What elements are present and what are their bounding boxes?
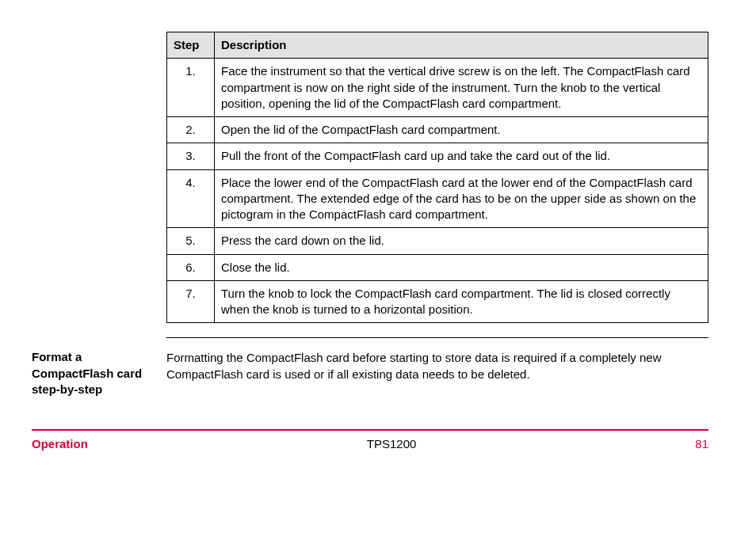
step-description: Pull the front of the CompactFlash card … — [215, 143, 708, 169]
step-description: Turn the knob to lock the CompactFlash c… — [215, 280, 708, 323]
step-number: 4. — [167, 169, 215, 228]
table-row: 5. Press the card down on the lid. — [167, 228, 708, 254]
step-number: 2. — [167, 117, 215, 143]
steps-table: Step Description 1. Face the instrument … — [166, 32, 708, 323]
step-number: 7. — [167, 280, 215, 323]
step-description: Press the card down on the lid. — [215, 228, 708, 254]
step-number: 5. — [167, 228, 215, 254]
footer-rule — [32, 429, 708, 431]
step-description: Face the instrument so that the vertical… — [215, 59, 708, 117]
footer-model: TPS1200 — [367, 437, 417, 450]
step-number: 3. — [167, 143, 215, 169]
footer-page-number: 81 — [695, 437, 708, 450]
steps-table-container: Step Description 1. Face the instrument … — [166, 32, 708, 323]
header-step: Step — [167, 32, 215, 59]
page-footer: Operation TPS1200 81 — [32, 437, 708, 450]
table-row: 1. Face the instrument so that the verti… — [167, 59, 708, 117]
table-row: 6. Close the lid. — [167, 254, 708, 280]
footer-section-name: Operation — [32, 437, 88, 450]
section-body: Formatting the CompactFlash card before … — [166, 349, 708, 382]
table-row: 7. Turn the knob to lock the CompactFlas… — [167, 280, 708, 323]
step-description: Open the lid of the CompactFlash card co… — [215, 117, 708, 143]
format-section: Format a CompactFlash card step-by-step … — [32, 349, 708, 397]
step-description: Place the lower end of the CompactFlash … — [215, 169, 708, 228]
section-divider — [166, 337, 708, 338]
table-row: 2. Open the lid of the CompactFlash card… — [167, 117, 708, 143]
table-row: 4. Place the lower end of the CompactFla… — [167, 169, 708, 228]
step-number: 1. — [167, 59, 215, 117]
step-description: Close the lid. — [215, 254, 708, 280]
step-number: 6. — [167, 254, 215, 280]
section-heading: Format a CompactFlash card step-by-step — [32, 349, 166, 397]
header-description: Description — [215, 32, 708, 59]
table-row: 3. Pull the front of the CompactFlash ca… — [167, 143, 708, 169]
table-header-row: Step Description — [167, 32, 708, 59]
